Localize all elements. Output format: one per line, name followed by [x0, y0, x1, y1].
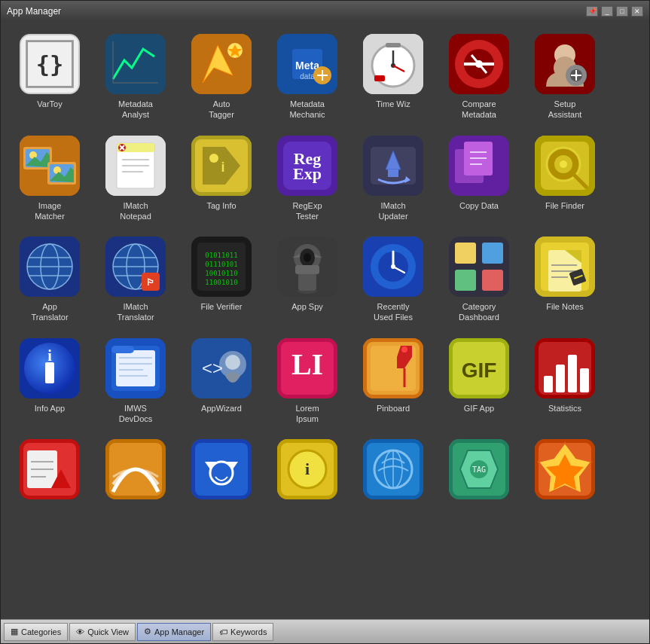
app-row5-7[interactable]	[523, 435, 606, 508]
svg-point-152	[401, 346, 407, 353]
app-icon-imatch-translator: 🏳	[105, 237, 166, 297]
app-icon-row5-3	[191, 439, 252, 499]
svg-rect-116	[455, 270, 476, 291]
app-label-regexp-tester: RegExpTester	[292, 200, 322, 222]
pin-button[interactable]: 📌	[586, 6, 598, 17]
app-label-metadata-mechanic: MetadataMechanic	[289, 99, 325, 121]
svg-point-112	[391, 264, 395, 269]
app-icon-pinboard	[363, 338, 423, 398]
app-row5-2[interactable]	[94, 435, 177, 508]
app-setup-assistant[interactable]: SetupAssistant	[523, 29, 606, 125]
quick-view-icon: 👁	[76, 627, 84, 636]
app-lorem-ipsum[interactable]: LI LoremIpsum	[266, 334, 349, 429]
app-manager-window: App Manager 📌 _ □ ✕ {}	[0, 0, 650, 644]
app-icon-appwizard: <>	[191, 338, 252, 398]
app-pinboard[interactable]: Pinboard	[352, 334, 435, 429]
svg-point-59	[209, 154, 218, 163]
svg-text:01011011: 01011011	[205, 252, 237, 259]
close-button[interactable]: ✕	[631, 6, 643, 17]
categories-label: Categories	[21, 627, 61, 636]
app-auto-tagger[interactable]: AutoTagger	[180, 29, 263, 125]
app-label-time-wiz: Time Wiz	[376, 99, 410, 109]
title-bar: App Manager 📌 _ □ ✕	[1, 1, 649, 22]
app-icon-app-spy	[277, 237, 337, 297]
app-label-app-spy: App Spy	[291, 301, 323, 312]
app-image-matcher[interactable]: ImageMatcher	[8, 131, 91, 227]
app-tag-info[interactable]: i Tag Info	[180, 131, 263, 227]
app-label-file-verifier: File Verifier	[200, 301, 242, 312]
taskbar-categories[interactable]: ▦ Categories	[4, 623, 68, 641]
taskbar-keywords[interactable]: 🏷 Keywords	[212, 623, 273, 641]
app-compare-metadata[interactable]: CompareMetadata	[438, 29, 520, 125]
app-file-finder[interactable]: File Finder	[523, 131, 606, 227]
app-icon-file-verifier: 01011011 01110101 10010110 11001010	[191, 237, 252, 297]
app-icon-row5-4: i	[277, 439, 337, 499]
app-imatch-updater[interactable]: IMatchUpdater	[352, 131, 435, 227]
app-icon-imatch-notepad	[105, 136, 166, 196]
app-imatch-notepad[interactable]: IMatchNotepad	[94, 131, 177, 227]
title-bar-buttons: 📌 _ □ ✕	[586, 6, 643, 17]
app-label-category-dashboard: CategoryDashboard	[459, 301, 499, 323]
svg-rect-172	[195, 443, 248, 496]
app-metadata-mechanic[interactable]: Meta data MetadataMechanic	[266, 29, 349, 125]
app-time-wiz[interactable]: Time Wiz	[352, 29, 435, 125]
app-icon-row5-7	[535, 439, 595, 499]
taskbar-quick-view[interactable]: 👁 Quick View	[69, 623, 136, 641]
app-icon-tag-info: i	[191, 136, 252, 196]
app-info-app[interactable]: i Info App	[8, 334, 91, 429]
app-icon-file-finder	[535, 136, 595, 196]
svg-rect-139	[111, 346, 134, 353]
svg-text:<>: <>	[202, 358, 223, 378]
app-metadata-analyst[interactable]: MetadataAnalyst	[94, 29, 177, 125]
app-icon-category-dashboard	[449, 237, 509, 297]
app-row5-6[interactable]: TAG	[438, 435, 520, 508]
app-label-image-matcher: ImageMatcher	[35, 200, 65, 222]
svg-text:LI: LI	[291, 347, 323, 381]
apps-grid-container[interactable]: {} VarToy MetadataAnalyst	[1, 22, 649, 619]
svg-rect-3	[105, 34, 166, 94]
categories-icon: ▦	[11, 627, 18, 636]
app-regexp-tester[interactable]: Reg Exp RegExpTester	[266, 131, 349, 227]
app-label-metadata-analyst: MetadataAnalyst	[118, 99, 153, 121]
app-row5-5[interactable]	[352, 435, 435, 508]
app-icon-metadata-mechanic: Meta data	[277, 34, 337, 94]
app-recently-used[interactable]: RecentlyUsed Files	[352, 232, 435, 328]
app-copy-data[interactable]: Copy Data	[438, 131, 520, 227]
app-label-appwizard: AppWizard	[201, 403, 242, 414]
app-file-notes[interactable]: File Notes	[523, 232, 606, 328]
app-icon-metadata-analyst	[105, 34, 166, 94]
app-imatch-translator[interactable]: 🏳 IMatchTranslator	[94, 232, 177, 328]
taskbar-app-manager[interactable]: ⚙ App Manager	[137, 623, 211, 641]
app-app-translator[interactable]: AppTranslator	[8, 232, 91, 328]
app-vartoy[interactable]: {} VarToy	[8, 29, 91, 125]
app-row5-1[interactable]	[8, 435, 91, 508]
app-label-file-finder: File Finder	[545, 200, 584, 211]
app-label-pinboard: Pinboard	[377, 403, 410, 414]
app-row5-3[interactable]	[180, 435, 263, 508]
app-icon-info-app: i	[20, 338, 80, 398]
maximize-button[interactable]: □	[616, 6, 628, 17]
app-category-dashboard[interactable]: CategoryDashboard	[438, 232, 520, 328]
svg-text:Exp: Exp	[293, 164, 322, 183]
svg-text:GIF: GIF	[462, 359, 497, 382]
app-icon-recently-used	[363, 237, 423, 297]
taskbar: ▦ Categories 👁 Quick View ⚙ App Manager …	[1, 619, 649, 643]
svg-rect-160	[568, 355, 577, 392]
app-icon-row5-1	[20, 439, 80, 499]
app-row5-4[interactable]: i	[266, 435, 349, 508]
app-label-compare-metadata: CompareMetadata	[462, 99, 496, 121]
app-gif-app[interactable]: GIF GIF App	[438, 334, 520, 429]
app-appwizard[interactable]: <> AppWizard	[180, 334, 263, 429]
content-area: {} VarToy MetadataAnalyst	[1, 22, 649, 619]
app-imws-devdocs[interactable]: IMWSDevDocs	[94, 334, 177, 429]
app-file-verifier[interactable]: 01011011 01110101 10010110 11001010 File…	[180, 232, 263, 328]
app-label-imatch-updater: IMatchUpdater	[378, 200, 407, 222]
svg-rect-159	[556, 365, 565, 392]
app-app-spy[interactable]: App Spy	[266, 232, 349, 328]
minimize-button[interactable]: _	[601, 6, 613, 17]
svg-rect-117	[482, 270, 503, 291]
keywords-label: Keywords	[230, 627, 267, 636]
app-icon-regexp-tester: Reg Exp	[277, 136, 337, 196]
app-statistics[interactable]: Statistics	[523, 334, 606, 429]
app-label-recently-used: RecentlyUsed Files	[374, 301, 413, 323]
